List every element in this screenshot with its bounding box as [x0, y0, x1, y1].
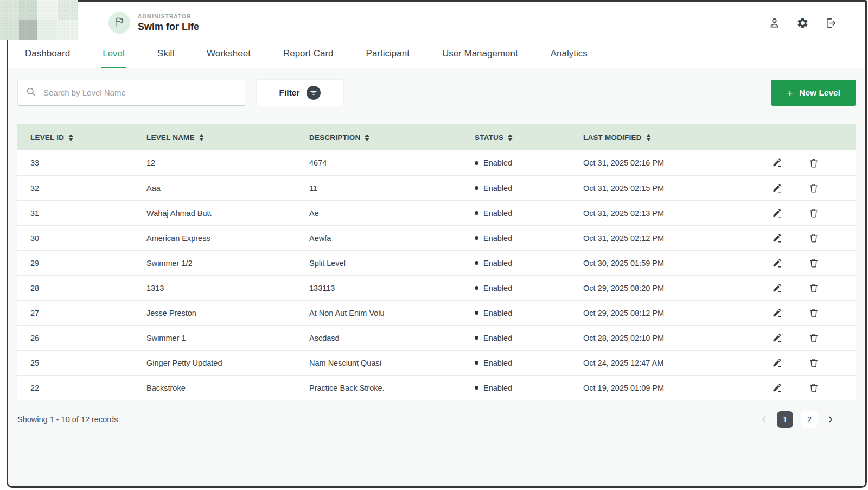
previous-page-icon[interactable] [759, 415, 769, 424]
delete-button[interactable] [808, 232, 819, 244]
tab-worksheet[interactable]: Worksheet [206, 44, 252, 68]
page-button-2[interactable]: 2 [801, 411, 818, 428]
flag-icon [114, 16, 125, 30]
tab-participant[interactable]: Participant [365, 44, 411, 68]
cell-level-name: Aaa [146, 184, 309, 193]
new-level-button[interactable]: + New Level [771, 80, 856, 106]
tab-dashboard[interactable]: Dashboard [24, 44, 71, 68]
table-row: 28 1313 133113 Enabled Oct 29, 2025 08:2… [17, 275, 856, 300]
cell-status: Enabled [475, 384, 583, 392]
table-row: 27 Jesse Preston At Non Aut Enim Volu En… [17, 300, 856, 325]
status-dot [475, 211, 478, 215]
cell-last-modified: Oct 31, 2025 02:13 PM [583, 209, 754, 218]
sort-icon [365, 134, 369, 141]
cell-status: Enabled [475, 184, 583, 193]
cell-status: Enabled [475, 334, 583, 342]
cell-level-id: 22 [30, 384, 146, 392]
cell-description: Split Level [309, 259, 475, 268]
redacted-logo [0, 0, 78, 40]
edit-button[interactable] [772, 333, 783, 343]
cell-level-name: Jesse Preston [146, 309, 309, 317]
filter-button[interactable]: Filter [257, 80, 343, 106]
status-dot [475, 186, 478, 190]
cell-level-name: Ginger Petty Updated [146, 359, 309, 367]
status-dot [475, 286, 478, 290]
delete-button[interactable] [808, 282, 819, 294]
column-header-description[interactable]: DESCRIPTION [309, 133, 475, 142]
delete-button[interactable] [808, 257, 819, 269]
tab-analytics[interactable]: Analytics [550, 44, 589, 68]
edit-button[interactable] [772, 283, 783, 294]
column-header-last-modified[interactable]: LAST MODIFIED [583, 133, 754, 142]
brand-text: ADMINISTRATOR Swim for Life [138, 14, 199, 33]
role-label: ADMINISTRATOR [138, 14, 199, 20]
edit-button[interactable] [772, 308, 783, 319]
delete-button[interactable] [808, 157, 819, 169]
cell-level-id: 29 [30, 259, 146, 268]
profile-icon[interactable] [768, 17, 781, 29]
edit-button[interactable] [772, 157, 783, 168]
cell-level-id: 33 [30, 158, 146, 167]
edit-button[interactable] [772, 383, 783, 393]
cell-actions [754, 282, 856, 294]
logout-icon[interactable] [825, 17, 837, 29]
cell-actions [754, 182, 856, 194]
delete-button[interactable] [808, 357, 819, 368]
cell-level-id: 25 [30, 359, 146, 367]
edit-button[interactable] [772, 358, 783, 368]
cell-level-name: American Express [146, 234, 309, 243]
edit-button[interactable] [772, 208, 783, 219]
cell-description: 4674 [309, 158, 475, 167]
cell-last-modified: Oct 19, 2025 01:09 PM [583, 384, 754, 392]
table-row: 26 Swimmer 1 Ascdasd Enabled Oct 28, 202… [17, 325, 856, 350]
cell-level-id: 31 [30, 209, 146, 218]
sort-icon [68, 134, 73, 141]
delete-button[interactable] [808, 382, 819, 393]
cell-status: Enabled [475, 309, 583, 317]
search-box[interactable] [17, 80, 245, 106]
cell-actions [754, 382, 856, 393]
levels-table: LEVEL ID LEVEL NAME DESCRIPTION STATUS L… [17, 124, 856, 400]
cell-last-modified: Oct 30, 2025 01:59 PM [583, 259, 754, 268]
cell-level-name: 12 [146, 158, 309, 167]
delete-button[interactable] [808, 332, 819, 343]
edit-button[interactable] [772, 258, 783, 269]
delete-button[interactable] [808, 207, 819, 219]
tab-level[interactable]: Level [101, 44, 126, 68]
column-header-level-name[interactable]: LEVEL NAME [146, 133, 309, 142]
cell-level-name: Swimmer 1/2 [146, 259, 309, 268]
delete-button[interactable] [808, 182, 819, 194]
cell-level-id: 28 [30, 284, 146, 292]
tab-skill[interactable]: Skill [156, 44, 175, 68]
cell-level-id: 27 [30, 309, 146, 317]
tab-user-management[interactable]: User Management [441, 44, 519, 68]
cell-level-name: Wahaj Ahmad Butt [146, 209, 309, 218]
delete-button[interactable] [808, 307, 819, 319]
cell-actions [754, 232, 856, 244]
cell-status: Enabled [475, 209, 583, 218]
column-header-level-id[interactable]: LEVEL ID [30, 133, 146, 142]
status-dot [475, 311, 478, 315]
cell-actions [754, 207, 856, 219]
cell-actions [754, 357, 856, 368]
cell-actions [754, 157, 856, 169]
column-header-status[interactable]: STATUS [475, 133, 583, 142]
cell-description: Practice Back Stroke. [309, 384, 475, 392]
settings-gear-icon[interactable] [796, 17, 809, 29]
cell-last-modified: Oct 31, 2025 02:16 PM [583, 158, 754, 167]
cell-actions [754, 332, 856, 343]
table-row: 22 Backstroke Practice Back Stroke. Enab… [17, 375, 856, 400]
status-dot [475, 261, 478, 265]
top-header: ADMINISTRATOR Swim for Life [8, 2, 865, 44]
next-page-icon[interactable] [826, 415, 835, 424]
edit-button[interactable] [772, 233, 783, 244]
edit-button[interactable] [772, 183, 783, 194]
sort-icon [508, 134, 513, 141]
cell-last-modified: Oct 29, 2025 08:12 PM [583, 309, 754, 317]
search-input[interactable] [43, 88, 237, 97]
tab-report-card[interactable]: Report Card [282, 44, 335, 68]
main-content: Filter + New Level LEVEL ID [8, 68, 865, 486]
cell-description: Ascdasd [309, 334, 475, 342]
cell-level-name: Swimmer 1 [146, 334, 309, 342]
page-button-1[interactable]: 1 [777, 411, 793, 428]
